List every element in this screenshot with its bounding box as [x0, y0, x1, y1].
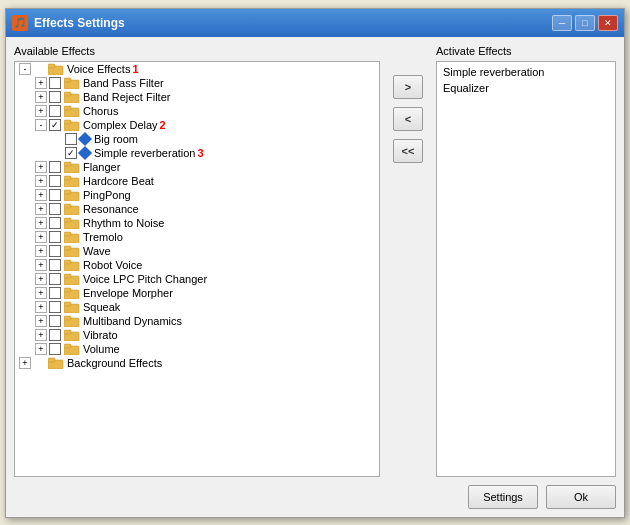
item-label-multiband: Multiband Dynamics: [83, 315, 182, 327]
checkbox-flanger[interactable]: [49, 161, 61, 173]
svg-rect-39: [48, 358, 55, 362]
expand-btn-hardcore-beat[interactable]: +: [35, 175, 47, 187]
item-label-robot-voice: Robot Voice: [83, 259, 142, 271]
tree-item-squeak[interactable]: + Squeak: [15, 300, 379, 314]
checkbox-simple-reverb[interactable]: ✓: [65, 147, 77, 159]
checkbox-big-room[interactable]: [65, 133, 77, 145]
checkbox-squeak[interactable]: [49, 301, 61, 313]
tree-item-complex-delay[interactable]: -✓ Complex Delay2: [15, 118, 379, 132]
expand-btn-complex-delay[interactable]: -: [35, 119, 47, 131]
tree-item-wave[interactable]: + Wave: [15, 244, 379, 258]
item-label-wave: Wave: [83, 245, 111, 257]
checkbox-pingpong[interactable]: [49, 189, 61, 201]
expand-btn-flanger[interactable]: +: [35, 161, 47, 173]
tree-item-volume[interactable]: + Volume: [15, 342, 379, 356]
tree-item-multiband[interactable]: + Multiband Dynamics: [15, 314, 379, 328]
tree-item-band-pass[interactable]: + Band Pass Filter: [15, 76, 379, 90]
tree-item-vibrato[interactable]: + Vibrato: [15, 328, 379, 342]
expand-btn-wave[interactable]: +: [35, 245, 47, 257]
minimize-button[interactable]: ─: [552, 15, 572, 31]
active-effects-list: Simple reverberationEqualizer: [436, 61, 616, 477]
expand-btn-resonance[interactable]: +: [35, 203, 47, 215]
tree-item-background-effects[interactable]: + Background Effects: [15, 356, 379, 370]
expand-btn-chorus[interactable]: +: [35, 105, 47, 117]
tree-item-simple-reverb[interactable]: ✓Simple reverberation3: [15, 146, 379, 160]
tree-item-pingpong[interactable]: + PingPong: [15, 188, 379, 202]
tree-item-big-room[interactable]: Big room: [15, 132, 379, 146]
expand-btn-pingpong[interactable]: +: [35, 189, 47, 201]
checkbox-hardcore-beat[interactable]: [49, 175, 61, 187]
effects-settings-window: 🎵 Effects Settings ─ □ ✕ Available Effec…: [5, 8, 625, 518]
checkbox-complex-delay[interactable]: ✓: [49, 119, 61, 131]
svg-rect-25: [64, 260, 71, 264]
folder-icon: [48, 357, 64, 369]
expand-btn-vibrato[interactable]: +: [35, 329, 47, 341]
folder-icon: [64, 91, 80, 103]
expand-btn-band-pass[interactable]: +: [35, 77, 47, 89]
checkbox-rhythm-to-noise[interactable]: [49, 217, 61, 229]
svg-rect-1: [48, 64, 55, 68]
expand-btn-multiband[interactable]: +: [35, 315, 47, 327]
svg-rect-19: [64, 218, 71, 222]
checkbox-vibrato[interactable]: [49, 329, 61, 341]
expand-btn-squeak[interactable]: +: [35, 301, 47, 313]
item-label-envelope-morpher: Envelope Morpher: [83, 287, 173, 299]
item-label-chorus: Chorus: [83, 105, 118, 117]
expand-btn-band-reject[interactable]: +: [35, 91, 47, 103]
checkbox-volume[interactable]: [49, 343, 61, 355]
checkbox-band-pass[interactable]: [49, 77, 61, 89]
add-effect-button[interactable]: >: [393, 75, 423, 99]
svg-rect-35: [64, 330, 71, 334]
diamond-icon: [78, 131, 92, 145]
item-label-voice-lpc: Voice LPC Pitch Changer: [83, 273, 207, 285]
ok-button[interactable]: Ok: [546, 485, 616, 509]
folder-icon: [64, 203, 80, 215]
item-label-band-reject: Band Reject Filter: [83, 91, 170, 103]
panels: Available Effects - Voice Effects1+ Band…: [14, 45, 616, 477]
tree-item-flanger[interactable]: + Flanger: [15, 160, 379, 174]
checkbox-band-reject[interactable]: [49, 91, 61, 103]
tree-item-robot-voice[interactable]: + Robot Voice: [15, 258, 379, 272]
tree-item-chorus[interactable]: + Chorus: [15, 104, 379, 118]
settings-button[interactable]: Settings: [468, 485, 538, 509]
checkbox-resonance[interactable]: [49, 203, 61, 215]
checkbox-tremolo[interactable]: [49, 231, 61, 243]
maximize-button[interactable]: □: [575, 15, 595, 31]
window-title: Effects Settings: [34, 16, 552, 30]
expand-btn-voice-effects[interactable]: -: [19, 63, 31, 75]
checkbox-chorus[interactable]: [49, 105, 61, 117]
checkbox-wave[interactable]: [49, 245, 61, 257]
item-label-squeak: Squeak: [83, 301, 120, 313]
expand-btn-voice-lpc[interactable]: +: [35, 273, 47, 285]
folder-icon: [64, 77, 80, 89]
expand-btn-background-effects[interactable]: +: [19, 357, 31, 369]
checkbox-robot-voice[interactable]: [49, 259, 61, 271]
tree-item-envelope-morpher[interactable]: + Envelope Morpher: [15, 286, 379, 300]
remove-effect-button[interactable]: <: [393, 107, 423, 131]
folder-icon: [64, 231, 80, 243]
tree-item-hardcore-beat[interactable]: + Hardcore Beat: [15, 174, 379, 188]
folder-icon: [64, 119, 80, 131]
expand-btn-robot-voice[interactable]: +: [35, 259, 47, 271]
expand-btn-volume[interactable]: +: [35, 343, 47, 355]
active-effect-item[interactable]: Equalizer: [439, 80, 613, 96]
tree-item-voice-lpc[interactable]: + Voice LPC Pitch Changer: [15, 272, 379, 286]
item-label-hardcore-beat: Hardcore Beat: [83, 175, 154, 187]
remove-all-button[interactable]: <<: [393, 139, 423, 163]
expand-btn-rhythm-to-noise[interactable]: +: [35, 217, 47, 229]
checkbox-multiband[interactable]: [49, 315, 61, 327]
close-button[interactable]: ✕: [598, 15, 618, 31]
checkbox-voice-lpc[interactable]: [49, 273, 61, 285]
active-effect-item[interactable]: Simple reverberation: [439, 64, 613, 80]
expand-btn-envelope-morpher[interactable]: +: [35, 287, 47, 299]
svg-rect-33: [64, 316, 71, 320]
tree-item-band-reject[interactable]: + Band Reject Filter: [15, 90, 379, 104]
tree-item-voice-effects[interactable]: - Voice Effects1: [15, 62, 379, 76]
expand-btn-tremolo[interactable]: +: [35, 231, 47, 243]
svg-rect-37: [64, 344, 71, 348]
tree-item-resonance[interactable]: + Resonance: [15, 202, 379, 216]
tree-item-rhythm-to-noise[interactable]: + Rhythm to Noise: [15, 216, 379, 230]
effects-tree[interactable]: - Voice Effects1+ Band Pass Filter+ Band…: [14, 61, 380, 477]
tree-item-tremolo[interactable]: + Tremolo: [15, 230, 379, 244]
checkbox-envelope-morpher[interactable]: [49, 287, 61, 299]
